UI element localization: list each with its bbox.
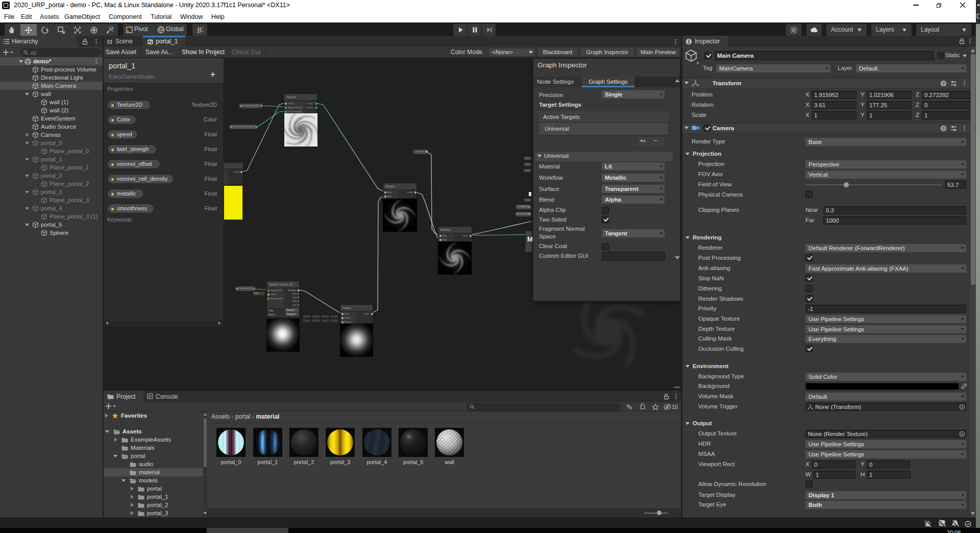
svg-text:?: ? (942, 81, 945, 86)
svg-text:?: ? (942, 126, 945, 131)
